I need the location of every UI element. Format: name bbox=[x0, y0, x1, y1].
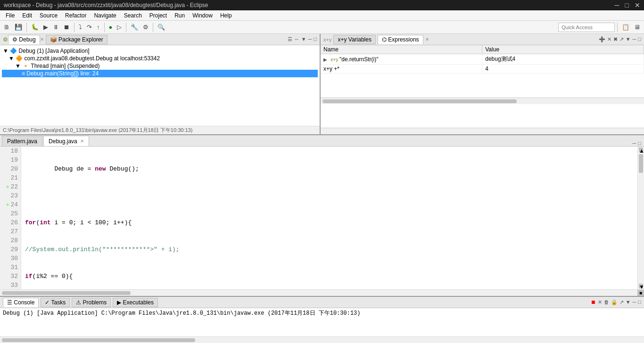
executables-tab[interactable]: ▶ Executables bbox=[113, 298, 158, 307]
code-vscroll-up[interactable]: ▲ bbox=[639, 147, 643, 152]
expressions-close-icon[interactable]: ✕ bbox=[425, 37, 429, 42]
tab-debug-java[interactable]: Debug.java ✕ bbox=[43, 136, 89, 146]
debug-minimize-icon[interactable]: ─ bbox=[308, 36, 312, 42]
code-content[interactable]: Debug de = new Debug(); for(int i = 0; i… bbox=[21, 147, 637, 289]
menu-window[interactable]: Window bbox=[189, 11, 216, 20]
console-minimize-icon[interactable]: ─ bbox=[633, 299, 636, 305]
console-hscroll-thumb[interactable] bbox=[2, 338, 195, 342]
code-line-22: if(i%2 == 0){ bbox=[25, 272, 634, 281]
code-hscroll-thumb[interactable] bbox=[2, 291, 131, 295]
code-vscroll-track[interactable] bbox=[638, 153, 644, 283]
console-stop-icon[interactable]: ⏹ bbox=[591, 299, 596, 305]
console-remove-icon[interactable]: ✕ bbox=[598, 299, 602, 305]
tree-item-frame[interactable]: ≡ Debug.main(String[]) line: 24 bbox=[2, 70, 318, 77]
console-content[interactable]: Debug (1) [Java Application] C:\Program … bbox=[0, 308, 644, 336]
menu-search[interactable]: Search bbox=[120, 11, 146, 20]
debug-status-bar: C:\Program Files\Java\jre1.8.0_131\bin\j… bbox=[0, 126, 320, 134]
vars-minimize-icon[interactable]: ─ bbox=[633, 36, 636, 42]
vars-hscroll-thumb[interactable] bbox=[322, 99, 517, 103]
vars-expand-icon[interactable]: ↗ bbox=[619, 36, 624, 42]
vars-remove-icon[interactable]: ✕ bbox=[607, 36, 611, 42]
tb-save[interactable]: 💾 bbox=[13, 22, 24, 33]
variables-tab[interactable]: x+y Variables bbox=[333, 35, 375, 44]
menu-source[interactable]: Source bbox=[36, 11, 61, 20]
console-clear-icon[interactable]: 🗑 bbox=[604, 299, 609, 305]
vars-remove-all-icon[interactable]: ✖ bbox=[613, 36, 618, 42]
console-expand-icon[interactable]: ↗ bbox=[619, 299, 624, 305]
tb-new[interactable]: 🗎 bbox=[2, 22, 12, 33]
tb-step-into[interactable]: ⤵ bbox=[77, 22, 84, 33]
vars-name-1: x+y +* bbox=[321, 65, 482, 74]
debug-header-row: ⚙ ⚙ Debug ✕ 📦 Package Explorer ☰ ↔ ▼ ─ □ bbox=[3, 35, 317, 44]
package-explorer-tab[interactable]: 📦 Package Explorer bbox=[46, 35, 107, 44]
debug-expand-icon[interactable]: ↔ bbox=[294, 36, 299, 42]
code-vscroll-down[interactable]: ▼ bbox=[639, 284, 643, 288]
tb-extra1[interactable]: 🔧 bbox=[129, 22, 140, 33]
tb-stop[interactable]: ⏹ bbox=[62, 22, 72, 33]
tree-item-class[interactable]: ▼ 🔶 com.zzxtit.java08.debugtest.Debug at… bbox=[2, 55, 318, 62]
vars-row-1[interactable]: x+y +* 4 bbox=[321, 65, 644, 74]
vars-row-0[interactable]: ▶ x+y "de.returnStr(i)" debug测试4 bbox=[321, 54, 644, 65]
close-button[interactable]: ✕ bbox=[635, 1, 640, 9]
vars-hscroll[interactable] bbox=[321, 98, 644, 104]
expressions-tab[interactable]: ⌬ Expressions bbox=[378, 35, 423, 44]
tree-item-icon-2: 🔶 bbox=[16, 55, 24, 62]
vars-header-icons: ➕ ✕ ✖ ↗ ▼ ─ □ bbox=[599, 36, 641, 42]
title-bar-title: workspace - Debug - java08/src/com/zzxti… bbox=[4, 2, 208, 8]
console-tab[interactable]: ☰ Console bbox=[3, 298, 39, 307]
vars-bottom-scroll[interactable] bbox=[321, 128, 644, 134]
toolbar: 🗎 💾 🐛 ▶ ⏸ ⏹ ⤵ ↷ ↑ ● ▷ 🔧 ⚙ 🔍 📋 🖥 bbox=[0, 21, 644, 34]
vars-add-icon[interactable]: ➕ bbox=[599, 36, 605, 42]
tb-run2[interactable]: ▷ bbox=[115, 22, 124, 33]
vars-menu-icon[interactable]: ▼ bbox=[626, 36, 631, 42]
tab-debug-close[interactable]: ✕ bbox=[80, 139, 84, 144]
menu-refactor[interactable]: Refactor bbox=[61, 11, 90, 20]
problems-tab[interactable]: ⚠ Problems bbox=[72, 298, 111, 307]
tb-resume[interactable]: ▶ bbox=[41, 22, 50, 33]
menu-file[interactable]: File bbox=[2, 11, 18, 20]
tb-step-return[interactable]: ↑ bbox=[95, 22, 102, 33]
vars-panel: x+y x+y Variables ⌬ Expressions ✕ ➕ ✕ ✖ … bbox=[321, 34, 644, 134]
menu-navigate[interactable]: Navigate bbox=[90, 11, 120, 20]
debug-tab-close[interactable]: ✕ bbox=[40, 37, 44, 42]
vars-value-0: debug测试4 bbox=[482, 54, 644, 65]
tb-perspective2[interactable]: 🖥 bbox=[632, 22, 642, 33]
tb-suspend[interactable]: ⏸ bbox=[51, 22, 61, 33]
vars-maximize-icon[interactable]: □ bbox=[638, 36, 641, 42]
tb-debug[interactable]: 🐛 bbox=[29, 22, 41, 33]
tab-pattern-java[interactable]: Pattern.java bbox=[2, 136, 42, 146]
tb-run[interactable]: ● bbox=[107, 22, 115, 33]
console-maximize-icon[interactable]: □ bbox=[638, 299, 641, 305]
tb-search[interactable]: 🔍 bbox=[156, 22, 167, 33]
menu-help[interactable]: Help bbox=[216, 11, 236, 20]
console-menu-icon[interactable]: ▼ bbox=[626, 299, 631, 305]
editor-maximize-icon[interactable]: □ bbox=[638, 140, 641, 146]
debug-tab[interactable]: ⚙ Debug bbox=[8, 35, 40, 44]
menu-edit[interactable]: Edit bbox=[18, 11, 36, 20]
code-vscroll-thumb[interactable] bbox=[639, 154, 643, 173]
code-vscroll[interactable]: ▲ ▼ bbox=[637, 147, 644, 289]
vars-expand-arrow-0[interactable]: ▶ bbox=[323, 57, 327, 62]
console-scrollbar[interactable] bbox=[0, 336, 644, 343]
code-scroll-corner[interactable]: ■ bbox=[637, 290, 644, 296]
debug-maximize-icon[interactable]: □ bbox=[314, 36, 317, 42]
tree-item-thread[interactable]: ▼ 🔸 Thread [main] (Suspended) bbox=[2, 62, 318, 70]
tb-step-over[interactable]: ↷ bbox=[85, 22, 94, 33]
debug-panel-header: ⚙ ⚙ Debug ✕ 📦 Package Explorer ☰ ↔ ▼ ─ □ bbox=[0, 34, 320, 45]
quick-access-input[interactable] bbox=[558, 23, 615, 32]
maximize-button[interactable]: □ bbox=[625, 1, 629, 9]
debug-menu-icon[interactable]: ▼ bbox=[301, 36, 306, 42]
tasks-tab[interactable]: ✓ Tasks bbox=[41, 298, 70, 307]
code-hscroll[interactable]: ■ bbox=[0, 289, 644, 296]
bottom-panels: ☰ Console ✓ Tasks ⚠ Problems ▶ Executabl… bbox=[0, 296, 644, 343]
console-scroll-lock-icon[interactable]: 🔒 bbox=[611, 299, 618, 305]
menu-project[interactable]: Project bbox=[146, 11, 171, 20]
editor-collapse-icon[interactable]: ─ bbox=[633, 140, 636, 146]
minimize-button[interactable]: ─ bbox=[615, 1, 619, 9]
tb-perspective[interactable]: 📋 bbox=[620, 22, 631, 33]
tree-item-app[interactable]: ▼ 🔷 Debug (1) [Java Application] bbox=[2, 47, 318, 55]
debug-collapse-icon[interactable]: ☰ bbox=[288, 36, 292, 42]
title-bar: workspace - Debug - java08/src/com/zzxti… bbox=[0, 0, 644, 10]
tb-extra2[interactable]: ⚙ bbox=[141, 22, 150, 33]
menu-run[interactable]: Run bbox=[171, 11, 189, 20]
